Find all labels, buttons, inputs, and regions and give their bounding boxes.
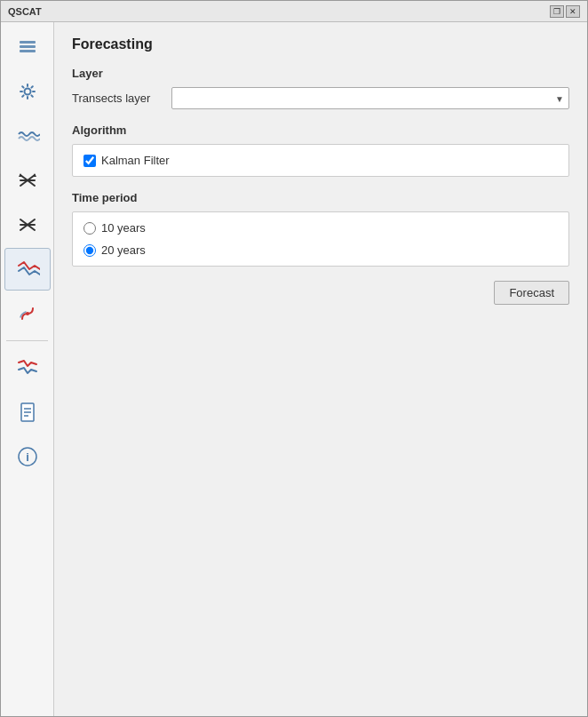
sidebar-item-arrows-in[interactable]: [4, 203, 51, 246]
layer-row: Transects layer √ transects [05-05-24 14…: [72, 87, 569, 109]
window-controls: ❐ ✕: [550, 5, 580, 18]
10-years-radio[interactable]: [83, 222, 96, 235]
sidebar-item-waves[interactable]: [4, 115, 51, 157]
kalman-filter-label[interactable]: Kalman Filter: [101, 154, 170, 167]
main-window: QSCAT ❐ ✕: [0, 0, 588, 717]
sidebar-item-zigzag[interactable]: [4, 248, 51, 291]
kalman-filter-row: Kalman Filter: [83, 154, 558, 167]
layer-section-label: Layer: [72, 67, 569, 80]
arrows-in-icon: [15, 212, 40, 237]
forecast-button-row: Forecast: [72, 281, 569, 305]
svg-point-18: [26, 312, 29, 315]
layer-select-wrapper: √ transects [05-05-24 14-51-48] [EPSG:32…: [171, 87, 569, 109]
transects-layer-select[interactable]: √ transects [05-05-24 14-51-48] [EPSG:32…: [171, 87, 569, 109]
algorithm-section: Algorithm Kalman Filter: [72, 123, 569, 177]
time-period-label: Time period: [72, 191, 569, 204]
content-area: Forecasting Layer Transects layer √ tran…: [54, 22, 587, 716]
time-period-section: Time period 10 years 20 years: [72, 191, 569, 267]
settings-icon: [15, 79, 40, 104]
window-title: QSCAT: [8, 6, 42, 17]
info-icon: i: [15, 444, 40, 469]
restore-button[interactable]: ❐: [550, 5, 564, 18]
main-area: i Forecasting Layer Transects layer √ tr…: [1, 22, 587, 716]
sidebar-item-document[interactable]: [4, 391, 51, 434]
10-years-label[interactable]: 10 years: [101, 221, 146, 235]
svg-text:i: i: [26, 450, 29, 464]
svg-rect-0: [20, 41, 36, 44]
transects-layer-label: Transects layer: [72, 92, 161, 105]
title-bar: QSCAT ❐ ✕: [1, 1, 587, 22]
page-title: Forecasting: [72, 36, 569, 52]
sidebar-item-settings[interactable]: [4, 70, 51, 113]
zigzag2-icon: [15, 355, 40, 380]
layers-icon: [15, 35, 40, 60]
arrows-out-icon: [15, 168, 40, 193]
waves-icon: [15, 123, 40, 148]
layer-section: Layer Transects layer √ transects [05-05…: [72, 67, 569, 109]
10-years-row: 10 years: [83, 221, 558, 235]
algorithm-box: Kalman Filter: [72, 144, 569, 177]
svg-rect-1: [20, 45, 36, 48]
time-period-box: 10 years 20 years: [72, 211, 569, 267]
document-icon: [15, 400, 40, 425]
sidebar-item-info[interactable]: i: [4, 435, 51, 478]
20-years-radio[interactable]: [83, 244, 96, 257]
forecast-button[interactable]: Forecast: [494, 281, 569, 305]
20-years-row: 20 years: [83, 243, 558, 257]
zigzag-icon: [15, 257, 40, 282]
20-years-label[interactable]: 20 years: [101, 243, 146, 257]
sidebar-item-layers[interactable]: [4, 26, 51, 68]
svg-rect-2: [20, 50, 36, 52]
svg-point-3: [24, 89, 30, 95]
kalman-filter-checkbox[interactable]: [83, 155, 96, 167]
algorithm-section-label: Algorithm: [72, 123, 569, 137]
heat-icon: [15, 301, 40, 326]
sidebar-item-heat[interactable]: [4, 292, 51, 335]
sidebar-item-zigzag2[interactable]: [4, 347, 51, 389]
sidebar-divider-1: [6, 340, 48, 341]
sidebar: i: [1, 22, 54, 716]
close-button[interactable]: ✕: [566, 5, 580, 18]
sidebar-item-arrows-out[interactable]: [4, 159, 51, 202]
